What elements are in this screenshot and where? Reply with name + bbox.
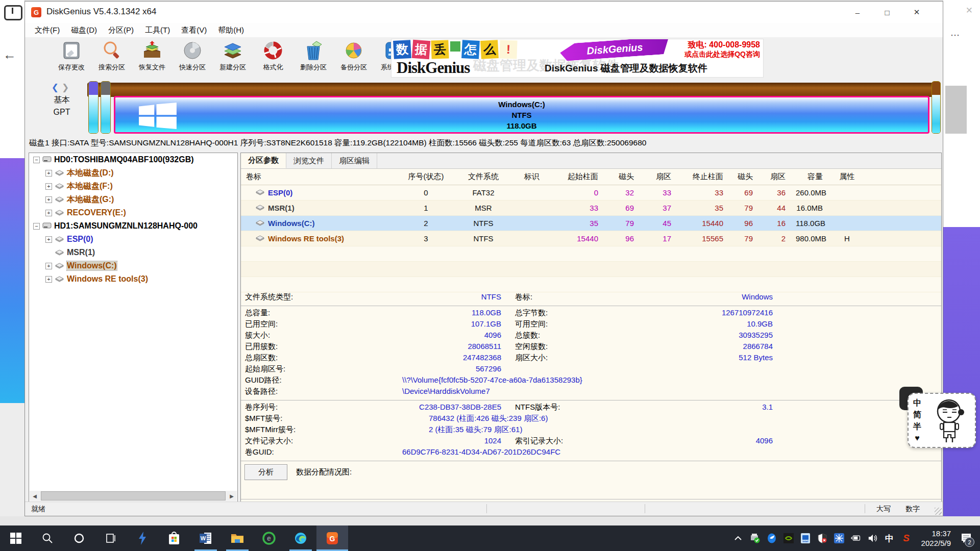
microsoft-store-icon[interactable] xyxy=(158,525,190,551)
column-header[interactable]: 终止柱面 xyxy=(676,172,728,182)
column-header[interactable]: 扇区 xyxy=(639,172,676,182)
tree-item[interactable]: +本地磁盘(F:) xyxy=(29,180,237,193)
partition-row[interactable]: ESP(0)0FAT3203233336936260.0MB xyxy=(241,185,941,201)
column-header[interactable]: 序号(状态) xyxy=(394,172,458,182)
tree-item[interactable]: MSR(1) xyxy=(29,246,237,259)
diskgenius-taskbar-icon[interactable]: G xyxy=(316,525,348,551)
edge-icon[interactable] xyxy=(285,525,316,551)
column-header[interactable]: 属性 xyxy=(828,172,866,182)
menu-tools[interactable]: 工具(T) xyxy=(139,26,176,35)
close-button[interactable]: ✕ xyxy=(902,2,932,23)
scroll-right-icon[interactable]: ▶ xyxy=(227,493,237,499)
ime-status-char[interactable]: ♥ xyxy=(909,432,926,444)
partition-row[interactable]: Windows(C:)2NTFS357945154409616118.0GB xyxy=(241,216,941,231)
power-plug-tray-icon[interactable] xyxy=(851,533,861,543)
sogou-ime-panel[interactable]: 中简半♥ xyxy=(908,393,976,448)
partition-row[interactable]: Windows RE tools(3)3NTFS1544096171556579… xyxy=(241,231,941,246)
tree-item[interactable]: −HD0:TOSHIBAMQ04ABF100(932GB) xyxy=(29,153,237,166)
menu-help[interactable]: 帮助(H) xyxy=(212,26,250,35)
column-header[interactable]: 卷标 xyxy=(241,172,394,182)
tree-item[interactable]: +本地磁盘(G:) xyxy=(29,193,237,206)
partition-block-msr[interactable] xyxy=(101,81,111,134)
backup-partition-button[interactable]: 备份分区 xyxy=(334,39,374,78)
new-partition-button[interactable]: 新建分区 xyxy=(213,39,253,78)
volume-tray-icon[interactable] xyxy=(868,533,878,543)
snowflake-tray-icon[interactable] xyxy=(834,533,844,543)
intel-graphics-tray-icon[interactable]: intel xyxy=(800,533,811,543)
tree-expander[interactable]: + xyxy=(45,236,52,243)
browser-back-arrow-icon[interactable]: ← xyxy=(3,47,16,63)
column-header[interactable]: 容量 xyxy=(791,172,828,182)
ime-status-char[interactable]: 简 xyxy=(909,409,926,420)
app-launcher-icon[interactable] xyxy=(127,525,158,551)
ime-status-char[interactable]: 半 xyxy=(909,420,926,432)
tree-item[interactable]: +RECOVERY(E:) xyxy=(29,206,237,219)
quick-partition-button[interactable]: 快速分区 xyxy=(173,39,212,78)
menu-file[interactable]: 文件(F) xyxy=(29,26,65,35)
tab-sector-edit[interactable]: 扇区编辑 xyxy=(332,153,377,168)
column-header[interactable]: 标识 xyxy=(509,172,555,182)
tray-expand-icon[interactable] xyxy=(733,533,743,543)
format-button[interactable]: 格式化 xyxy=(253,39,293,78)
security-alert-tray-icon[interactable] xyxy=(817,533,827,543)
column-header[interactable]: 扇区 xyxy=(758,172,791,182)
nvidia-tray-icon[interactable] xyxy=(783,533,794,543)
tree-expander[interactable]: + xyxy=(45,210,52,216)
tree-horizontal-scrollbar[interactable]: ◀ ▶ xyxy=(30,491,237,501)
tree-item[interactable]: +ESP(0) xyxy=(29,233,237,246)
banner-contact[interactable]: 致电: 400-008-9958 或点击此处选择QQ咨询 xyxy=(684,40,760,59)
tab-browse-files[interactable]: 浏览文件 xyxy=(286,153,332,168)
minimize-button[interactable]: – xyxy=(843,2,872,23)
tree-item[interactable]: +Windows(C:) xyxy=(29,259,237,272)
tab-partition-params[interactable]: 分区参数 xyxy=(241,153,286,168)
column-header[interactable]: 起始柱面 xyxy=(555,172,603,182)
menu-disk[interactable]: 磁盘(D) xyxy=(65,26,103,35)
ime-status-char[interactable]: 中 xyxy=(909,397,926,409)
ime-status-column[interactable]: 中简半♥ xyxy=(909,397,926,444)
tree-expander[interactable]: + xyxy=(45,183,52,190)
action-center-button[interactable]: 2 xyxy=(958,525,975,551)
search-partition-button[interactable]: 搜索分区 xyxy=(92,39,132,78)
browser-scrollbar-thumb[interactable] xyxy=(945,86,967,134)
printer-status-icon[interactable] xyxy=(750,533,760,543)
column-header[interactable]: 文件系统 xyxy=(458,172,509,182)
scroll-left-icon[interactable]: ◀ xyxy=(30,493,40,499)
blue-app-tray-icon[interactable] xyxy=(767,533,777,543)
column-header[interactable]: 磁头 xyxy=(728,172,758,182)
column-header[interactable]: 磁头 xyxy=(603,172,639,182)
cortana-button[interactable] xyxy=(63,525,95,551)
save-changes-button[interactable]: 保存更改 xyxy=(52,39,91,78)
scrollbar-thumb[interactable] xyxy=(41,491,226,500)
word-icon[interactable]: W xyxy=(190,525,222,551)
tree-item[interactable]: −HD1:SAMSUNGMZNLN128HAHQ-000 xyxy=(29,219,237,233)
menu-partition[interactable]: 分区(P) xyxy=(103,26,139,35)
tree-expander[interactable]: + xyxy=(45,196,52,203)
next-disk-icon[interactable]: ❯ xyxy=(62,83,72,92)
resize-grip[interactable] xyxy=(935,508,942,515)
partition-row[interactable]: MSR(1)1MSR33693735794416.0MB xyxy=(241,201,941,216)
ime-language-tray-icon[interactable]: 中 xyxy=(885,533,895,543)
file-explorer-icon[interactable] xyxy=(222,525,253,551)
partition-block-esp[interactable] xyxy=(88,81,99,134)
tree-item[interactable]: +Windows RE tools(3) xyxy=(29,272,237,286)
banner-qq[interactable]: 或点击此处选择QQ咨询 xyxy=(684,49,760,59)
tree-expander[interactable]: + xyxy=(45,170,52,177)
prev-disk-icon[interactable]: ❮ xyxy=(52,83,62,92)
sogou-tray-icon[interactable]: S xyxy=(901,533,912,543)
tree-expander[interactable]: − xyxy=(33,223,40,230)
maximize-button[interactable]: □ xyxy=(872,2,902,23)
taskbar-clock[interactable]: 18:37 2022/5/9 xyxy=(921,529,951,548)
analyze-button[interactable]: 分析 xyxy=(244,464,287,480)
tree-item[interactable]: +本地磁盘(D:) xyxy=(29,166,237,180)
taskbar-search-button[interactable] xyxy=(32,525,63,551)
task-view-button[interactable] xyxy=(95,525,127,551)
delete-partition-button[interactable]: 删除分区 xyxy=(293,39,333,78)
partition-block-re-tools[interactable] xyxy=(932,81,941,134)
start-button[interactable] xyxy=(0,525,32,551)
partition-block-windows-c[interactable]: Windows(C:) NTFS 118.0GB xyxy=(114,96,929,134)
green-browser-icon[interactable]: e xyxy=(253,525,285,551)
promo-banner[interactable]: 磁盘管理及数据恢复软件 数据丢怎么! DiskGenius 致电: 400-00… xyxy=(391,39,764,78)
tree-expander[interactable]: − xyxy=(33,157,40,163)
tree-expander[interactable]: + xyxy=(45,276,52,283)
menu-view[interactable]: 查看(V) xyxy=(176,26,212,35)
